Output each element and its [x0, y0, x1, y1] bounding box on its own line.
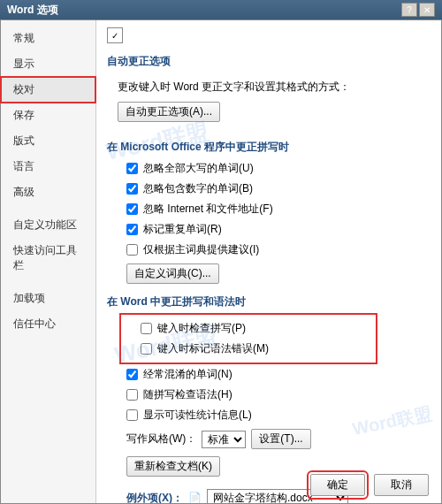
sidebar-item-display[interactable]: 显示	[1, 51, 95, 77]
sidebar-item-save[interactable]: 保存	[1, 103, 95, 128]
writing-style-settings-button[interactable]: 设置(T)...	[251, 429, 310, 449]
sidebar-item-qat[interactable]: 快速访问工具栏	[1, 238, 95, 279]
cancel-button[interactable]: 取消	[374, 474, 429, 496]
sidebar-item-language[interactable]: 语言	[1, 154, 95, 179]
dialog-body: 常规 显示 校对 保存 版式 语言 高级 自定义功能区 快速访问工具栏 加载项 …	[0, 19, 442, 504]
lbl-flag-repeated[interactable]: 标记重复单词(R)	[143, 222, 222, 237]
lbl-main-dict-only[interactable]: 仅根据主词典提供建议(I)	[143, 242, 259, 257]
icon-row: ✓	[107, 27, 431, 43]
window-title: Word 选项	[7, 3, 58, 18]
sidebar-item-advanced[interactable]: 高级	[1, 179, 95, 205]
sidebar-item-customize-ribbon[interactable]: 自定义功能区	[1, 212, 95, 238]
lbl-ignore-numbers[interactable]: 忽略包含数字的单词(B)	[143, 181, 253, 196]
chk-ignore-uppercase[interactable]	[126, 163, 138, 174]
chk-confused-words[interactable]	[126, 369, 138, 380]
sidebar-item-general[interactable]: 常规	[1, 26, 95, 51]
chk-ignore-internet[interactable]	[126, 203, 138, 215]
help-button[interactable]: ?	[401, 3, 417, 17]
chk-flag-repeated[interactable]	[126, 224, 138, 235]
chk-main-dict-only[interactable]	[126, 244, 138, 256]
lbl-ignore-internet[interactable]: 忽略 Internet 和文件地址(F)	[143, 202, 273, 217]
proofing-icon: ✓	[107, 27, 123, 43]
window-controls: ? ✕	[401, 3, 435, 17]
lbl-grammar-with-spelling[interactable]: 随拼写检查语法(H)	[143, 387, 232, 402]
chk-check-spelling[interactable]	[141, 323, 152, 334]
section-word-spelling-title: 在 Word 中更正拼写和语法时	[107, 289, 431, 313]
sidebar-item-proofing[interactable]: 校对	[1, 77, 95, 103]
autocorrect-desc-text: 更改键入时 Word 更正文字和设置其格式的方式：	[118, 80, 350, 95]
ok-button[interactable]: 确定	[310, 474, 365, 496]
chk-grammar-with-spelling[interactable]	[126, 389, 138, 401]
section-autocorrect-title: 自动更正选项	[107, 49, 431, 73]
document-icon: 📄	[188, 492, 202, 503]
exceptions-label: 例外项(X)：	[126, 491, 183, 504]
custom-dictionaries-button[interactable]: 自定义词典(C)...	[126, 263, 219, 284]
writing-style-label: 写作风格(W)：	[126, 431, 196, 447]
chk-ignore-numbers[interactable]	[126, 183, 138, 195]
sidebar: 常规 显示 校对 保存 版式 语言 高级 自定义功能区 快速访问工具栏 加载项 …	[1, 20, 96, 503]
dialog-footer: 确定 取消	[310, 474, 429, 496]
close-button[interactable]: ✕	[419, 3, 435, 17]
section-office-spelling-title: 在 Microsoft Office 程序中更正拼写时	[107, 134, 431, 158]
section-autocorrect-desc: 更改键入时 Word 更正文字和设置其格式的方式： 自动更正选项(A)...	[107, 73, 431, 129]
recheck-document-button[interactable]: 重新检查文档(K)	[126, 456, 220, 477]
lbl-ignore-uppercase[interactable]: 忽略全部大写的单词(U)	[143, 161, 254, 176]
titlebar: Word 选项 ? ✕	[0, 0, 442, 19]
sidebar-item-addins[interactable]: 加载项	[1, 286, 95, 311]
highlight-box-spellcheck: 键入时检查拼写(P) 键入时标记语法错误(M)	[119, 313, 377, 364]
lbl-confused-words[interactable]: 经常混淆的单词(N)	[143, 367, 232, 382]
sidebar-item-trust-center[interactable]: 信任中心	[1, 311, 95, 337]
sidebar-item-layout[interactable]: 版式	[1, 128, 95, 154]
writing-style-select[interactable]: 标准	[202, 431, 246, 448]
chk-mark-grammar[interactable]	[141, 343, 152, 355]
content-pane: Word联盟 Word联盟 Word联盟 ✓ 自动更正选项 更改键入时 Word…	[96, 20, 441, 503]
chk-readability-stats[interactable]	[126, 409, 138, 421]
lbl-check-spelling[interactable]: 键入时检查拼写(P)	[157, 321, 246, 336]
lbl-readability-stats[interactable]: 显示可读性统计信息(L)	[143, 408, 252, 423]
lbl-mark-grammar[interactable]: 键入时标记语法错误(M)	[157, 341, 269, 356]
autocorrect-options-button[interactable]: 自动更正选项(A)...	[118, 102, 220, 122]
